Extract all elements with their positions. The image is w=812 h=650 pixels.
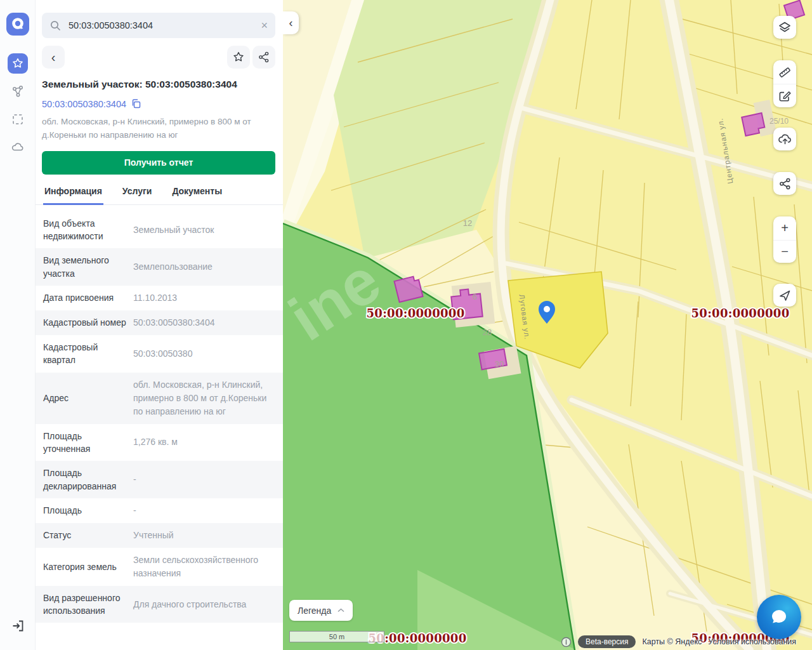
locate-me-button[interactable] xyxy=(773,284,796,307)
table-row: Площадь уточненная1,276 кв. м xyxy=(36,424,283,461)
navigation-arrow-icon xyxy=(778,288,792,302)
row-value: - xyxy=(133,504,274,517)
cadastral-number-link[interactable]: 50:03:0050380:3404 xyxy=(42,99,126,109)
row-label: Площадь декларированная xyxy=(43,467,127,493)
table-row: Кадастровый квартал50:03:0050380 xyxy=(36,335,283,373)
object-info-panel: × ‹ Земельный участок: 50:03:0050380:340… xyxy=(36,0,283,650)
table-row: Площадь- xyxy=(36,498,283,523)
upload-button[interactable] xyxy=(773,128,796,150)
row-label: Дата присвоения xyxy=(43,291,127,304)
legend-button[interactable]: Легенда xyxy=(289,600,353,621)
beta-badge: Beta-версия xyxy=(578,635,636,648)
panel-tabs: Информация Услуги Документы xyxy=(36,186,283,205)
row-label: Вид земельного участка xyxy=(43,254,127,280)
zoom-in-button[interactable]: + xyxy=(773,217,796,240)
map-attribution: Beta-версия Карты © Яндекс Условия испол… xyxy=(561,635,796,648)
zoom-out-button[interactable]: − xyxy=(773,240,796,263)
row-label: Вид разрешенного использования xyxy=(43,592,127,618)
star-icon xyxy=(232,51,245,63)
tab-documents[interactable]: Документы xyxy=(171,186,223,205)
row-value: Для дачного строительства xyxy=(133,598,274,611)
table-row: Адресобл. Московская, р-н Клинский, прим… xyxy=(36,373,283,424)
zoom-controls: + − xyxy=(773,216,796,263)
objects-graph-rail-button[interactable] xyxy=(8,81,28,102)
quarter-label: 50:00:0000000 xyxy=(691,307,790,320)
share-icon xyxy=(258,51,270,63)
parcel-number-12: 12 xyxy=(463,218,472,228)
chevron-left-icon: ‹ xyxy=(289,17,293,30)
row-label: Кадастровый квартал xyxy=(43,341,127,367)
row-value: 50:03:0050380 xyxy=(133,347,274,361)
copy-icon[interactable] xyxy=(131,98,141,109)
object-title: Земельный участок: 50:03:0050380:3404 xyxy=(42,79,275,90)
table-row: СтатусУчтенный xyxy=(36,523,283,548)
back-button[interactable]: ‹ xyxy=(42,46,65,69)
table-row: Вид разрешенного использованияДля дачног… xyxy=(36,586,283,623)
row-value: Земли сельскохозяйственного назначения xyxy=(133,554,274,580)
cloud-rail-button[interactable] xyxy=(8,137,28,157)
map-canvas[interactable]: ine 12 6 28 30 25/10 Луговая ул. Централ… xyxy=(283,0,812,650)
map-scale-bar: 50 m xyxy=(289,631,384,642)
quarter-label: 50:00:0000000 xyxy=(367,307,465,320)
chat-bubble-icon xyxy=(768,606,790,628)
tools-group xyxy=(773,60,796,107)
ruler-icon xyxy=(778,65,792,79)
sign-in-rail-button[interactable] xyxy=(8,616,28,636)
table-row: Дата присвоения11.10.2013 xyxy=(36,286,283,310)
edit-icon xyxy=(778,89,792,103)
search-bar: × xyxy=(42,13,275,38)
layers-icon xyxy=(778,20,792,34)
row-label: Статус xyxy=(43,529,127,541)
cloud-icon xyxy=(11,140,25,154)
object-attributes-table: Вид объекта недвижимостиЗемельный участо… xyxy=(36,211,283,623)
measure-button[interactable] xyxy=(773,61,796,84)
table-row: Категория земельЗемли сельскохозяйственн… xyxy=(36,548,283,586)
parcel-number-6: 6 xyxy=(472,292,476,302)
row-value: Земельный участок xyxy=(133,223,274,237)
clear-search-icon[interactable]: × xyxy=(261,20,268,31)
search-input[interactable] xyxy=(67,20,254,31)
share-icon xyxy=(778,177,792,190)
row-value: - xyxy=(133,473,274,486)
row-label: Площадь xyxy=(43,504,127,517)
row-value: Землепользование xyxy=(133,260,274,274)
map-render: ine 12 6 28 30 25/10 Луговая ул. Централ… xyxy=(283,0,812,650)
left-icon-rail xyxy=(0,0,36,650)
row-value: 1,276 кв. м xyxy=(133,435,274,449)
favorite-object-button[interactable] xyxy=(227,46,250,69)
table-row: Кадастровый номер50:03:0050380:3404 xyxy=(36,310,283,335)
row-value: 11.10.2013 xyxy=(133,291,274,305)
area-select-rail-button[interactable] xyxy=(8,109,28,129)
table-row: Площадь декларированная- xyxy=(36,461,283,498)
share-map-button[interactable] xyxy=(773,172,796,195)
collapse-panel-button[interactable]: ‹ xyxy=(283,11,299,34)
tab-services[interactable]: Услуги xyxy=(121,186,154,205)
favorites-rail-button[interactable] xyxy=(8,53,28,74)
app-logo-icon xyxy=(10,17,25,32)
draw-edit-button[interactable] xyxy=(773,84,796,107)
share-object-button[interactable] xyxy=(252,46,275,69)
chevron-up-icon xyxy=(337,608,344,613)
parcel-number-30: 30 xyxy=(495,359,504,369)
graph-nodes-icon xyxy=(11,84,25,98)
yandex-maps-attribution-link[interactable]: Карты © Яндекс xyxy=(642,637,702,646)
support-chat-button[interactable] xyxy=(757,595,801,639)
layers-button[interactable] xyxy=(773,16,796,39)
scale-label: 50 m xyxy=(329,633,344,640)
row-label: Категория земель xyxy=(43,560,127,573)
sign-in-icon xyxy=(11,619,25,633)
table-row: Вид земельного участкаЗемлепользование xyxy=(36,248,283,286)
search-icon xyxy=(49,20,61,31)
row-label: Площадь уточненная xyxy=(43,430,127,456)
row-label: Вид объекта недвижимости xyxy=(43,217,127,243)
legend-label: Легенда xyxy=(298,606,331,616)
tab-information[interactable]: Информация xyxy=(43,186,103,205)
object-header-toolbar: ‹ xyxy=(42,46,275,69)
cloud-upload-icon xyxy=(778,132,792,147)
object-address: обл. Московская, р-н Клинский, примерно … xyxy=(42,116,274,142)
get-report-button[interactable]: Получить отчет xyxy=(42,151,275,175)
info-icon[interactable] xyxy=(561,637,572,647)
app-logo[interactable] xyxy=(6,13,29,36)
parcel-number-28: 28 xyxy=(483,328,492,337)
table-row: Вид объекта недвижимостиЗемельный участо… xyxy=(36,211,283,249)
